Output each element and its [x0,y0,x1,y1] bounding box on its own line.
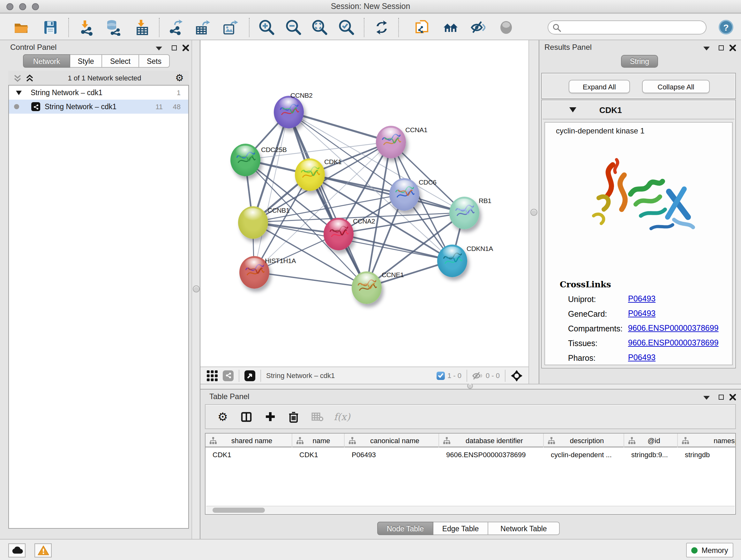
add-column-icon[interactable] [264,410,276,423]
crosslink-url[interactable]: 9606.ENSP00000378699 [628,338,719,348]
refresh-icon[interactable] [374,19,390,36]
network-node[interactable] [273,96,304,128]
documents-share-icon[interactable] [414,19,430,36]
network-edge[interactable] [288,112,391,142]
table-row[interactable]: CDK1CDK1P064939606.ENSP00000378699cyclin… [205,448,736,461]
gear-icon[interactable]: ⚙ [175,72,184,84]
tab-select[interactable]: Select [102,54,139,68]
column-header[interactable]: canonical name [345,434,439,448]
crosslink-url[interactable]: P06493 [628,353,656,362]
scrollbar-thumb[interactable] [212,508,265,513]
table-cell[interactable]: stringdb [678,448,736,461]
search-input[interactable] [563,23,706,32]
table-cell[interactable]: stringdb:9... [624,448,678,461]
column-header[interactable]: shared name [205,434,292,448]
expand-all-icon[interactable] [25,74,34,82]
table-cell[interactable]: 9606.ENSP00000378699 [439,448,544,461]
export-image-icon[interactable] [222,19,239,36]
tab-network-table[interactable]: Network Table [488,522,560,535]
network-node[interactable] [238,206,268,239]
panel-close-icon[interactable] [728,393,737,401]
network-canvas[interactable]: CCNB2CCNA1CDC25BCDK1CDC6RB1CCNB1CCNA2CDK… [200,40,529,367]
import-table-icon[interactable] [134,19,151,36]
tab-network[interactable]: Network [23,54,70,68]
import-network-database-icon[interactable] [105,19,122,36]
save-icon[interactable] [42,19,59,36]
network-edge[interactable] [254,272,366,287]
zoom-in-icon[interactable] [259,19,275,36]
network-collection-row[interactable]: String Network – cdk1 1 [9,85,188,100]
right-splitter[interactable] [529,40,539,384]
tab-style[interactable]: Style [70,54,102,68]
help-button[interactable]: ? [719,20,733,35]
network-node[interactable] [294,158,325,191]
collapse-all-icon[interactable] [13,74,22,82]
tab-edge-table[interactable]: Edge Table [433,522,488,535]
show-columns-icon[interactable] [240,410,253,423]
panel-float-icon[interactable] [170,44,179,52]
expand-all-button[interactable]: Expand All [569,80,630,93]
crosslink-url[interactable]: P06493 [628,309,656,318]
table-cell[interactable]: P06493 [345,448,439,461]
tab-node-table[interactable]: Node Table [377,522,433,535]
network-row[interactable]: String Network – cdk1 11 48 [9,100,188,114]
pan-crosshair-icon[interactable] [511,369,523,381]
column-header[interactable]: namespace [678,434,736,448]
right-splitter-handle[interactable] [530,209,537,216]
panel-menu-icon[interactable] [702,393,711,401]
network-node[interactable] [239,256,269,288]
double-home-icon[interactable] [442,19,459,36]
cloud-button[interactable] [8,543,25,557]
table-settings-gear-icon[interactable]: ⚙ [216,410,229,423]
import-network-icon[interactable] [78,19,95,36]
search-box[interactable] [548,20,706,35]
warning-button[interactable] [35,543,52,557]
network-node[interactable] [376,125,406,158]
network-edge[interactable] [288,112,366,287]
zoom-selected-icon[interactable] [338,19,355,36]
node-card-header[interactable]: CDK1 [542,101,735,119]
network-edge[interactable] [254,112,288,272]
crosslink-url[interactable]: P06493 [628,294,656,303]
selected-checkbox[interactable] [436,371,445,380]
horizontal-scrollbar[interactable] [206,506,735,513]
network-node[interactable] [230,143,260,176]
column-header[interactable]: @id [624,434,678,448]
collapse-all-button[interactable]: Collapse All [642,80,710,93]
column-header[interactable]: name [292,434,345,448]
collapse-section-icon[interactable] [569,107,576,112]
tab-sets[interactable]: Sets [139,54,170,68]
table-cell[interactable]: CDK1 [292,448,345,461]
hide-eye-icon[interactable] [470,19,486,36]
zoom-out-icon[interactable] [285,19,302,36]
column-header[interactable]: database identifier [439,434,544,448]
network-node[interactable] [449,196,479,229]
left-splitter[interactable] [192,40,200,539]
export-table-icon[interactable] [195,19,211,36]
tree-expand-icon[interactable] [16,90,22,95]
column-header[interactable]: description [544,434,624,448]
open-folder-icon[interactable] [13,19,30,36]
panel-menu-icon[interactable] [702,44,711,52]
table-cell[interactable]: CDK1 [205,448,292,461]
network-node[interactable] [351,271,381,304]
network-share-icon[interactable] [223,370,233,381]
panel-float-icon[interactable] [717,393,726,401]
gray-eye-icon[interactable] [498,19,515,36]
crosslink-url[interactable]: 9606.ENSP00000378699 [628,324,719,333]
birds-eye-view-icon[interactable] [245,370,255,381]
horizontal-splitter[interactable] [200,384,741,389]
tab-string[interactable]: String [621,55,658,68]
horizontal-splitter-handle[interactable] [467,383,473,389]
export-network-icon[interactable] [168,19,185,36]
network-node[interactable] [389,178,419,210]
network-node[interactable] [437,244,467,277]
panel-close-icon[interactable] [181,44,190,52]
grid-view-icon[interactable] [207,370,218,381]
panel-menu-icon[interactable] [154,44,163,52]
table-cell[interactable]: cyclin-dependent ... [544,448,624,461]
zoom-fit-icon[interactable] [312,19,328,36]
network-node[interactable] [323,217,353,250]
delete-column-trash-icon[interactable] [287,410,300,423]
left-splitter-handle[interactable] [193,286,200,293]
